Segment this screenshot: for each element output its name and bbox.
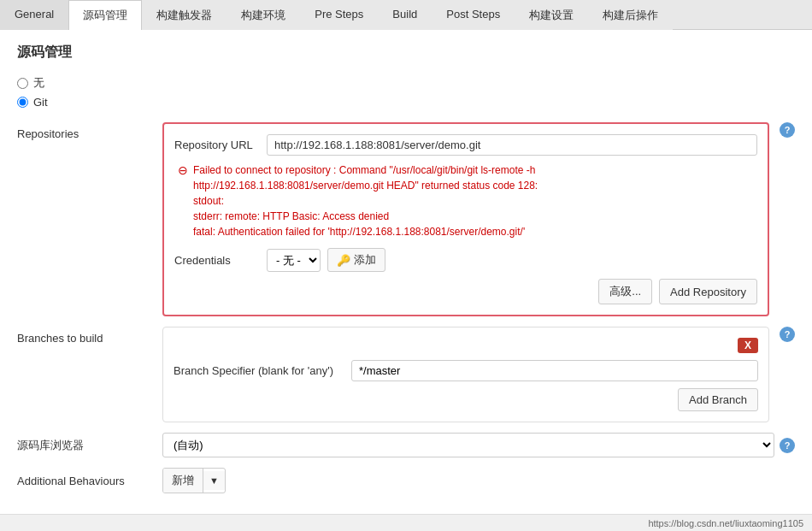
repositories-box: Repository URL ⊖ Failed to connect to re… (162, 122, 769, 316)
add-repository-button[interactable]: Add Repository (659, 279, 757, 304)
remove-branch-button[interactable]: X (738, 338, 758, 353)
browser-select[interactable]: (自动) (162, 433, 774, 457)
tab-post-steps[interactable]: Post Steps (432, 0, 515, 30)
tab-settings[interactable]: 构建设置 (515, 0, 588, 30)
error-block: ⊖ Failed to connect to repository : Comm… (174, 162, 757, 239)
add-behaviour-button[interactable]: 新增 (163, 469, 203, 493)
repositories-section: Repositories Repository URL ⊖ Failed to … (17, 122, 795, 316)
branches-btn-row: Add Branch (174, 388, 758, 411)
tab-triggers[interactable]: 构建触发器 (142, 0, 227, 30)
branch-specifier-input[interactable] (351, 360, 758, 381)
repositories-content: Repository URL ⊖ Failed to connect to re… (162, 122, 769, 316)
tab-env[interactable]: 构建环境 (227, 0, 300, 30)
scm-radio-group: 无 Git (17, 75, 795, 109)
add-credentials-button[interactable]: 🔑 添加 (327, 248, 385, 272)
branches-section: Branches to build X Branch Specifier (bl… (17, 327, 795, 422)
repositories-help-icon[interactable]: ? (780, 122, 795, 138)
status-bar: https://blog.csdn.net/liuxtaoming1105 (0, 514, 812, 531)
page-title: 源码管理 (17, 44, 795, 62)
repo-url-label: Repository URL (174, 139, 260, 151)
credentials-label: Credentials (174, 254, 260, 267)
scm-git-label: Git (33, 96, 48, 109)
repositories-btn-row: 高级... Add Repository (174, 279, 757, 304)
scm-git-radio[interactable] (17, 97, 28, 108)
branches-content: X Branch Specifier (blank for 'any') Add… (162, 327, 769, 422)
additional-behaviours-section: Additional Behaviours 新增 ▼ (17, 468, 795, 493)
credentials-select[interactable]: - 无 - (267, 249, 321, 272)
branch-specifier-label: Branch Specifier (blank for 'any') (174, 364, 344, 377)
tab-scm[interactable]: 源码管理 (68, 0, 142, 30)
branches-label: Branches to build (17, 327, 162, 345)
add-credentials-label: 添加 (354, 252, 376, 268)
browser-help-icon[interactable]: ? (780, 438, 795, 453)
tab-pre-steps[interactable]: Pre Steps (300, 0, 378, 30)
scm-none-label: 无 (33, 75, 44, 91)
branches-header: X (174, 338, 758, 353)
error-icon: ⊖ (178, 163, 188, 177)
credentials-row: Credentials - 无 - 🔑 添加 (174, 248, 757, 272)
scm-none-radio[interactable] (17, 78, 28, 89)
branches-help-icon[interactable]: ? (780, 327, 795, 342)
repositories-label: Repositories (17, 122, 162, 140)
tab-bar: General 源码管理 构建触发器 构建环境 Pre Steps Build … (0, 0, 812, 30)
tab-post-build[interactable]: 构建后操作 (588, 0, 673, 30)
advanced-button[interactable]: 高级... (598, 279, 652, 304)
additional-behaviours-label: Additional Behaviours (17, 475, 162, 487)
scm-git-option[interactable]: Git (17, 96, 795, 109)
scm-none-option[interactable]: 无 (17, 75, 795, 91)
repo-url-row: Repository URL (174, 134, 757, 156)
browser-section: 源码库浏览器 (自动) ? (17, 433, 795, 457)
tab-general[interactable]: General (0, 0, 68, 30)
add-behaviour-dropdown[interactable]: 新增 ▼ (162, 468, 226, 493)
add-behaviour-caret[interactable]: ▼ (203, 471, 225, 490)
repo-url-input[interactable] (267, 134, 757, 156)
browser-label: 源码库浏览器 (17, 438, 162, 453)
branch-specifier-row: Branch Specifier (blank for 'any') (174, 360, 758, 381)
page-content: 源码管理 无 Git Repositories Repository URL (0, 30, 812, 526)
status-url: https://blog.csdn.net/liuxtaoming1105 (648, 518, 803, 528)
tab-build[interactable]: Build (378, 0, 432, 30)
error-text: Failed to connect to repository : Comman… (193, 162, 538, 239)
branches-box: X Branch Specifier (blank for 'any') Add… (162, 327, 769, 422)
add-branch-button[interactable]: Add Branch (678, 388, 758, 411)
key-icon: 🔑 (337, 254, 350, 267)
